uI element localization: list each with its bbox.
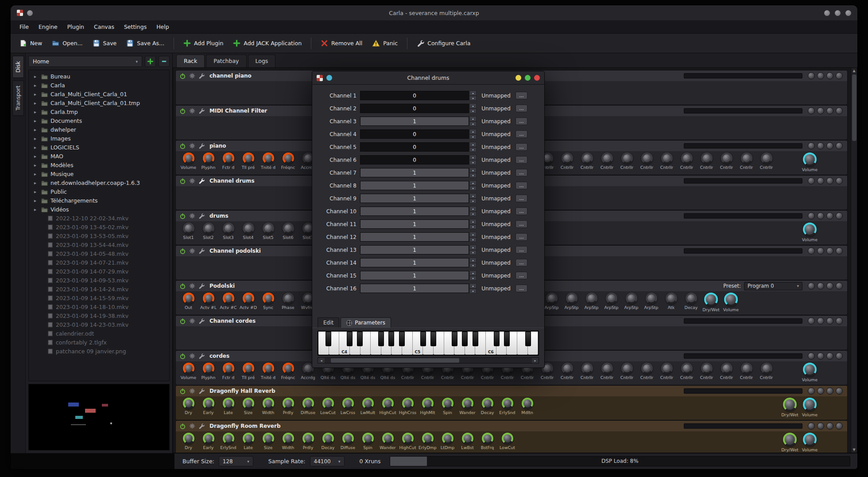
channel-value-spinbox[interactable]: 0 [360, 104, 469, 113]
knob-late[interactable]: Late [238, 433, 258, 450]
led-button[interactable] [826, 352, 833, 360]
knob-hghcrss[interactable]: HghCrss [398, 398, 418, 415]
knob-dry[interactable]: Dry [178, 398, 198, 415]
knob-fctr-d[interactable]: Fctr d [218, 363, 238, 380]
channel-value-spinbox[interactable]: 1 [360, 258, 469, 267]
more-button[interactable]: ... [515, 117, 527, 125]
mapping-select[interactable]: Unmapped [477, 221, 515, 227]
knob-cntrllr[interactable]: Cntrllr [637, 152, 657, 170]
knob-early[interactable]: Early [198, 433, 218, 450]
spin-up-button[interactable]: ▴ [469, 155, 477, 160]
mapping-select[interactable]: Unmapped [477, 247, 515, 253]
led-button[interactable] [817, 212, 824, 219]
more-button[interactable]: ... [515, 233, 527, 241]
knob-spin[interactable]: Spin [438, 398, 457, 415]
folder-row-mod-les[interactable]: ▸Modèles [29, 160, 169, 169]
knob-ltdmp[interactable]: LtDmp [438, 433, 457, 450]
more-button[interactable]: ... [515, 285, 527, 292]
settings-button[interactable] [189, 143, 195, 149]
led-button[interactable] [808, 387, 815, 395]
spin-down-button[interactable]: ▾ [469, 134, 477, 140]
file-row-2023-01-09-14-23-03-mkv[interactable]: 2023-01-09 14-23-03.mkv [29, 320, 169, 329]
knob-dry-wet[interactable]: Dry/Wet [780, 398, 800, 417]
led-button[interactable] [808, 72, 815, 79]
spin-down-button[interactable]: ▾ [469, 96, 477, 101]
settings-button[interactable] [189, 108, 195, 114]
led-button[interactable] [817, 177, 824, 184]
knob-early[interactable]: Early [198, 398, 218, 415]
knob-volume[interactable]: Volume [178, 363, 198, 380]
toolbar-button-add-jack-application[interactable]: Add JACK Application [229, 37, 306, 50]
knob-cntrllr[interactable]: Cntrllr [677, 363, 697, 380]
spin-down-button[interactable]: ▾ [469, 289, 477, 294]
black-key[interactable] [357, 332, 363, 346]
edit-button[interactable] [198, 283, 205, 289]
folder-row-carla-multi-client-carla-01[interactable]: ▸Carla_Multi_Client_Carla_01 [29, 90, 169, 98]
mapping-select[interactable]: Unmapped [477, 106, 515, 112]
edit-button[interactable] [198, 143, 205, 149]
knob-slot4[interactable]: Slot4 [238, 223, 258, 240]
knob-out[interactable]: Out [178, 293, 198, 310]
file-row-2023-01-09-14-18-10-mkv[interactable]: 2023-01-09 14-18-10.mkv [29, 302, 169, 311]
led-button[interactable] [836, 387, 843, 395]
knob-volume[interactable]: Volume [800, 363, 820, 382]
folder-row-musique[interactable]: ▸Musique [29, 169, 169, 178]
mapping-select[interactable]: Unmapped [477, 285, 515, 292]
file-row-confortably-2-tlgfx[interactable]: confortably 2.tlgfx [29, 338, 169, 347]
menu-item-help[interactable]: Help [152, 22, 174, 32]
knob-slot5[interactable]: Slot5 [258, 223, 278, 240]
enable-button[interactable] [179, 318, 186, 325]
knob-cntrllr[interactable]: Cntrllr [736, 152, 756, 170]
spin-up-button[interactable]: ▴ [469, 258, 477, 263]
knob-volume[interactable]: Volume [800, 223, 820, 242]
knob-phase[interactable]: Phase [278, 293, 298, 310]
led-button[interactable] [817, 352, 824, 360]
knob-width[interactable]: Width [258, 398, 278, 415]
spin-up-button[interactable]: ▴ [469, 219, 477, 224]
folder-row-carla[interactable]: ▸Carla [29, 81, 169, 90]
knob-decay[interactable]: Decay [681, 293, 701, 312]
minimize-button[interactable] [824, 10, 830, 16]
folder-row-t-l-chargements[interactable]: ▸Téléchargements [29, 196, 169, 205]
file-row-2023-01-09-13-53-05-mkv[interactable]: 2023-01-09 13-53-05.mkv [29, 231, 169, 240]
knob-tnit-d[interactable]: Tnité d [258, 152, 278, 170]
knob-wander[interactable]: Wander [457, 398, 477, 415]
channel-value-spinbox[interactable]: 1 [360, 232, 469, 242]
spin-down-button[interactable]: ▾ [469, 147, 477, 152]
knob-cntrllr[interactable]: Cntrllr [717, 363, 736, 380]
toolbar-button-add-plugin[interactable]: Add Plugin [179, 37, 228, 50]
enable-button[interactable] [179, 388, 186, 395]
led-button[interactable] [808, 317, 815, 325]
file-row-calendrier-odt[interactable]: calendrier.odt [29, 329, 169, 338]
edit-button[interactable] [198, 73, 205, 79]
led-button[interactable] [817, 282, 824, 289]
black-key[interactable] [494, 332, 500, 346]
black-key[interactable] [525, 332, 531, 346]
knob-arpstp[interactable]: ArpStp [641, 293, 661, 312]
edit-button[interactable] [198, 423, 205, 429]
black-key[interactable] [430, 332, 436, 346]
led-button[interactable] [817, 142, 824, 149]
knob-tll-pr[interactable]: Tll pré [238, 152, 258, 170]
enable-button[interactable] [179, 73, 186, 79]
settings-button[interactable] [189, 178, 195, 184]
more-button[interactable]: ... [515, 92, 527, 99]
spin-up-button[interactable]: ▴ [469, 168, 477, 173]
mapping-select[interactable]: Unmapped [477, 234, 515, 240]
knob-diffuse[interactable]: Diffuse [338, 433, 358, 450]
knob-cntrllr[interactable]: Cntrllr [557, 363, 577, 380]
knob-sync[interactable]: Sync [258, 293, 278, 310]
spin-up-button[interactable]: ▴ [469, 103, 477, 109]
enable-button[interactable] [179, 353, 186, 360]
toolbar-button-remove-all[interactable]: Remove All [316, 37, 367, 50]
dialog-tab-parameters[interactable]: Parameters [341, 317, 391, 328]
knob-decay[interactable]: Decay [318, 433, 338, 450]
canvas-preview[interactable] [28, 384, 170, 450]
led-button[interactable] [836, 317, 843, 325]
black-key[interactable] [462, 332, 468, 346]
black-key[interactable] [399, 332, 405, 346]
black-key[interactable] [378, 332, 384, 346]
led-button[interactable] [808, 177, 815, 184]
channel-value-spinbox[interactable]: 0 [360, 142, 469, 152]
knob-volume[interactable]: Volume [800, 152, 820, 172]
